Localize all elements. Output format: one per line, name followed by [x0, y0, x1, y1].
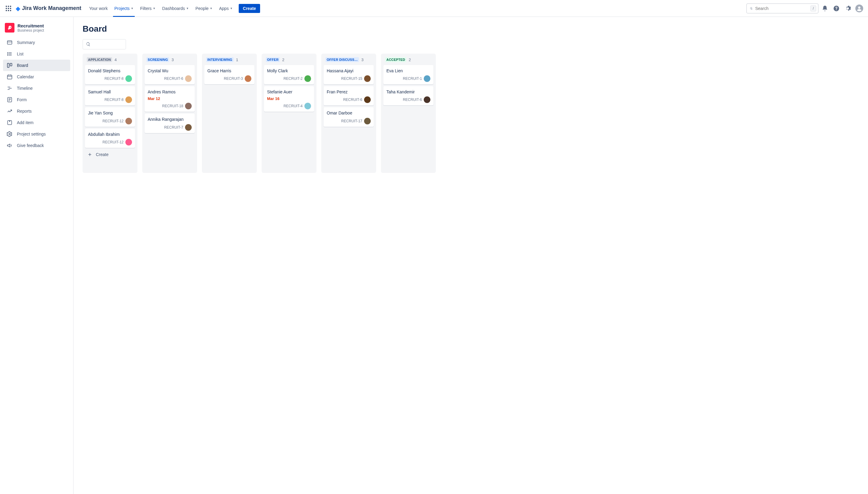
nav-filters[interactable]: Filters▼: [137, 4, 159, 13]
card-footer: RECRUIT-2: [267, 75, 311, 82]
board-card[interactable]: Taha KandemirRECRUIT-6: [383, 86, 433, 106]
assignee-avatar[interactable]: [245, 75, 251, 82]
board-card[interactable]: Stefanie AuerMar 16RECRUIT-4: [264, 86, 314, 112]
column-screening: SCREENING3Crystal WuRECRUIT-6Andres Ramo…: [142, 54, 197, 173]
card-key: RECRUIT-12: [103, 140, 124, 144]
project-header[interactable]: Recruitment Business project: [3, 22, 70, 37]
card-key: RECRUIT-18: [162, 104, 183, 108]
assignee-avatar[interactable]: [364, 75, 371, 82]
column-label: OFFER: [266, 57, 280, 62]
column-label: APPLICATION: [87, 57, 112, 62]
profile-button[interactable]: [854, 3, 864, 14]
assignee-avatar[interactable]: [125, 118, 132, 125]
notifications-button[interactable]: [820, 3, 830, 14]
board-card[interactable]: Hassana AjayiRECRUIT-15: [324, 65, 374, 84]
column-interviewing: INTERVIEWING1Grace HarrisRECRUIT-3: [202, 54, 257, 173]
card-footer: RECRUIT-12: [88, 118, 132, 125]
brand-text: Jira Work Management: [22, 5, 81, 12]
sidebar-item-feedback[interactable]: Give feedback: [3, 140, 70, 151]
assignee-avatar[interactable]: [185, 124, 192, 131]
board-content: Board APPLICATION4Donald StephensRECRUIT…: [74, 17, 868, 494]
board-columns: APPLICATION4Donald StephensRECRUIT-8Samu…: [82, 54, 868, 173]
card-key: RECRUIT-8: [105, 77, 124, 81]
nav-dashboards[interactable]: Dashboards▼: [159, 4, 192, 13]
nav-people[interactable]: People▼: [192, 4, 216, 13]
sidebar-item-timeline[interactable]: Timeline: [3, 82, 70, 94]
reports-icon: [7, 108, 13, 114]
global-search[interactable]: /: [746, 3, 818, 14]
plus-icon: [87, 152, 92, 157]
board-card[interactable]: Grace HarrisRECRUIT-3: [204, 65, 254, 84]
card-due-date: Mar 16: [267, 96, 311, 101]
search-input[interactable]: [755, 6, 808, 11]
board-card[interactable]: Eva LienRECRUIT-1: [383, 65, 433, 84]
sidebar-item-settings[interactable]: Project settings: [3, 128, 70, 140]
sidebar-item-calendar[interactable]: Calendar: [3, 71, 70, 82]
board-card[interactable]: Omar DarboeRECRUIT-17: [324, 107, 374, 127]
board-card[interactable]: Andres RamosMar 12RECRUIT-18: [145, 86, 195, 112]
sidebar-item-list[interactable]: List: [3, 48, 70, 60]
project-type: Business project: [17, 28, 44, 33]
assignee-avatar[interactable]: [185, 75, 192, 82]
column-header[interactable]: OFFER2: [263, 57, 315, 65]
card-title: Molly Clark: [267, 68, 311, 74]
sidebar-item-board[interactable]: Board: [3, 60, 70, 71]
svg-point-26: [9, 133, 11, 135]
board-card[interactable]: Samuel HallRECRUIT-8: [85, 86, 135, 106]
board-card[interactable]: Jie Yan SongRECRUIT-12: [85, 107, 135, 127]
assignee-avatar[interactable]: [125, 75, 132, 82]
column-header[interactable]: INTERVIEWING1: [204, 57, 255, 65]
card-due-date: Mar 12: [148, 96, 192, 101]
column-header[interactable]: APPLICATION4: [85, 57, 136, 65]
list-icon: [7, 51, 13, 57]
column-header[interactable]: SCREENING3: [144, 57, 195, 65]
sidebar-item-add[interactable]: Add item: [3, 117, 70, 128]
board-search[interactable]: [82, 39, 126, 50]
card-key: RECRUIT-15: [341, 77, 362, 81]
assignee-avatar[interactable]: [424, 75, 430, 82]
card-key: RECRUIT-4: [283, 104, 302, 108]
board-card[interactable]: Annika RangarajanRECRUIT-7: [145, 114, 195, 133]
create-card-button[interactable]: Create: [85, 150, 136, 159]
svg-rect-2: [7, 41, 12, 44]
board-card[interactable]: Donald StephensRECRUIT-8: [85, 65, 135, 84]
sidebar-item-reports[interactable]: Reports: [3, 106, 70, 117]
card-key: RECRUIT-1: [403, 77, 422, 81]
board-card[interactable]: Crystal WuRECRUIT-6: [145, 65, 195, 84]
calendar-icon: [7, 74, 13, 80]
card-key: RECRUIT-3: [224, 77, 243, 81]
column-header[interactable]: OFFER DISCUSS…3: [323, 57, 374, 65]
card-key: RECRUIT-17: [341, 119, 362, 123]
sidebar-item-summary[interactable]: Summary: [3, 37, 70, 48]
card-footer: RECRUIT-6: [386, 96, 430, 103]
assignee-avatar[interactable]: [125, 139, 132, 146]
assignee-avatar[interactable]: [185, 103, 192, 109]
nav-apps[interactable]: Apps▼: [216, 4, 236, 13]
column-accepted: ACCEPTED2Eva LienRECRUIT-1Taha KandemirR…: [381, 54, 436, 173]
assignee-avatar[interactable]: [424, 96, 430, 103]
assignee-avatar[interactable]: [304, 75, 311, 82]
nav-projects[interactable]: Projects▼: [111, 4, 136, 13]
nav-your-work[interactable]: Your work: [86, 4, 111, 13]
card-title: Stefanie Auer: [267, 89, 311, 95]
create-button[interactable]: Create: [239, 4, 260, 13]
card-title: Andres Ramos: [148, 89, 192, 95]
sidebar-item-form[interactable]: Form: [3, 94, 70, 106]
brand-logo[interactable]: ◆ Jira Work Management: [16, 5, 81, 12]
column-count: 1: [236, 58, 238, 62]
assignee-avatar[interactable]: [364, 96, 371, 103]
megaphone-icon: [7, 142, 13, 149]
card-footer: RECRUIT-8: [88, 75, 132, 82]
board-card[interactable]: Abdullah IbrahimRECRUIT-12: [85, 129, 135, 148]
assignee-avatar[interactable]: [125, 96, 132, 103]
column-header[interactable]: ACCEPTED2: [383, 57, 434, 65]
board-card[interactable]: Fran PerezRECRUIT-6: [324, 86, 374, 106]
board-card[interactable]: Molly ClarkRECRUIT-2: [264, 65, 314, 84]
app-switcher-button[interactable]: [4, 4, 13, 13]
card-footer: RECRUIT-1: [386, 75, 430, 82]
column-label: INTERVIEWING: [206, 57, 234, 62]
settings-button[interactable]: [843, 3, 853, 14]
assignee-avatar[interactable]: [304, 103, 311, 109]
help-button[interactable]: [831, 3, 842, 14]
assignee-avatar[interactable]: [364, 118, 371, 125]
